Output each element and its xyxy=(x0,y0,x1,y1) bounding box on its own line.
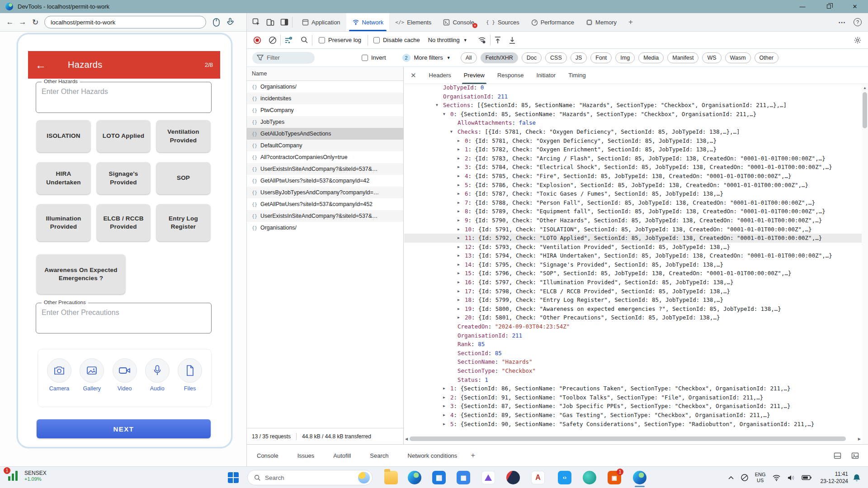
json-tree-row[interactable]: ▶5: {Id: 5786, Check: "Explosion", Secti… xyxy=(404,181,862,190)
expand-arrow-icon[interactable]: ▶ xyxy=(458,313,460,322)
expand-arrow-icon[interactable]: ▶ xyxy=(458,136,460,145)
wifi-icon[interactable] xyxy=(772,474,781,481)
close-button[interactable]: ✕ xyxy=(842,0,868,13)
expand-arrow-icon[interactable]: ▶ xyxy=(458,296,460,305)
request-row[interactable]: {}Organisations/ xyxy=(247,222,403,234)
scroll-right-icon[interactable]: ▶ xyxy=(858,437,861,441)
minimize-button[interactable]: — xyxy=(789,0,816,13)
filter-chip-doc[interactable]: Doc xyxy=(522,52,542,63)
start-button[interactable] xyxy=(228,472,239,483)
request-row[interactable]: {}GetAllPtwUsers?siteId=537&companyId=42 xyxy=(247,175,403,187)
json-tree-row[interactable]: ▶16: {Id: 5797, Check: "Illumination Pro… xyxy=(404,278,862,287)
json-tree-row[interactable]: ▶13: {Id: 5794, Check: "HIRA Undertaken"… xyxy=(404,251,862,260)
language-indicator[interactable]: ENG US xyxy=(755,472,766,483)
expand-arrow-icon[interactable]: ▶ xyxy=(458,198,460,207)
tab-memory[interactable]: Memory xyxy=(580,13,623,31)
files-button[interactable]: Files xyxy=(176,358,204,407)
maximize-button[interactable] xyxy=(816,0,842,13)
json-tree-row[interactable]: ▶12: {Id: 5793, Check: "Ventilation Prov… xyxy=(404,243,862,252)
json-tree-row[interactable]: ▶4: {SectionId: 89, SectionName: "Gas Te… xyxy=(404,411,862,420)
hazard-button-entry-log-register[interactable]: Entry Log Register xyxy=(156,204,210,241)
vertical-scroll-thumb[interactable] xyxy=(863,92,867,128)
expand-arrow-icon[interactable]: ▶ xyxy=(458,278,460,287)
forward-icon[interactable]: → xyxy=(16,18,29,27)
record-icon[interactable] xyxy=(253,36,261,44)
dock-icon[interactable] xyxy=(834,452,841,459)
inspect-element-icon[interactable] xyxy=(252,18,260,26)
json-tree-row[interactable]: ▶15: {Id: 5796, Check: "SOP", SectionId:… xyxy=(404,269,862,278)
tab-elements[interactable]: </> Elements xyxy=(389,13,437,31)
throttling-caret-icon[interactable]: ▼ xyxy=(463,38,467,42)
expand-arrow-icon[interactable]: ▶ xyxy=(458,234,460,243)
next-button[interactable]: NEXT xyxy=(37,419,211,438)
horizontal-scrollbar[interactable]: ◀ ▶ xyxy=(404,436,862,442)
json-tree-row[interactable]: ▶3: {Id: 5784, Check: "Electrical Shock"… xyxy=(404,163,862,172)
filter-chip-img[interactable]: Img xyxy=(615,52,635,63)
expand-arrow-icon[interactable]: ▶ xyxy=(458,163,460,172)
teal-app-icon[interactable] xyxy=(583,471,596,484)
hazard-button-awareness[interactable]: Awareness On Expected Emergencies ? xyxy=(37,254,125,294)
json-tree-row[interactable]: ▶5: {SectionId: 90, SectionName: "Safety… xyxy=(404,420,862,429)
disable-cache-checkbox[interactable] xyxy=(373,37,380,43)
json-tree-row[interactable]: ▶0: {Id: 5781, Check: "Oxygen Deficiency… xyxy=(404,136,862,145)
json-tree-row[interactable]: ▶2: {SectionId: 91, SectionName: "Toolbo… xyxy=(404,393,862,402)
drawer-tab-autofill[interactable]: Autofill xyxy=(333,452,351,459)
search-icon[interactable] xyxy=(301,36,308,44)
orange-app-icon[interactable]: ▣1 xyxy=(608,471,621,484)
reload-icon[interactable]: ↻ xyxy=(29,18,42,27)
expand-arrow-icon[interactable]: ▶ xyxy=(443,411,445,420)
touch-mode-icon[interactable] xyxy=(226,18,234,27)
url-bar[interactable]: localhost/permit-to-work xyxy=(44,16,206,28)
json-tree-row[interactable]: ▶10: {Id: 5791, Check: "ISOLATION", Sect… xyxy=(404,225,862,234)
expand-arrow-icon[interactable]: ▶ xyxy=(458,225,460,234)
more-filters-button[interactable]: More filters xyxy=(414,54,443,61)
vertical-scrollbar[interactable]: ▲ xyxy=(862,84,868,444)
settings-gear-icon[interactable] xyxy=(854,36,862,44)
request-row[interactable]: {}UserExistsInSiteAndCompany?&siteId=537… xyxy=(247,210,403,222)
json-tree-row[interactable]: ▶18: {Id: 5799, Check: "Entry Log Regist… xyxy=(404,296,862,305)
add-drawer-tab-button[interactable]: + xyxy=(471,451,475,460)
horizontal-scroll-thumb[interactable] xyxy=(410,436,846,441)
device-toolbar-icon[interactable] xyxy=(266,18,274,26)
volume-icon[interactable] xyxy=(787,474,795,481)
json-tree-row[interactable]: ▶1: {SectionId: 86, SectionName: "Precau… xyxy=(404,384,862,393)
hazard-button-loto-applied[interactable]: LOTO Applied xyxy=(97,120,150,152)
filter-chip-other[interactable]: Other xyxy=(755,52,778,63)
expand-arrow-icon[interactable]: ▶ xyxy=(458,189,460,198)
drawer-tab-search[interactable]: Search xyxy=(370,452,388,459)
filter-input[interactable]: Filter xyxy=(252,52,315,64)
hazard-button-illumination-provided[interactable]: Illumination Provided xyxy=(37,204,90,241)
drawer-tab-issues[interactable]: Issues xyxy=(297,452,315,459)
tab-preview[interactable]: Preview xyxy=(464,67,485,84)
filter-chip-manifest[interactable]: Manifest xyxy=(667,52,698,63)
expand-arrow-icon[interactable]: ▶ xyxy=(458,145,460,154)
drawer-tab-console[interactable]: Console xyxy=(257,452,278,459)
filter-chip-all[interactable]: All xyxy=(461,52,477,63)
throttling-select[interactable]: No throttling xyxy=(428,37,460,43)
filter-chip-media[interactable]: Media xyxy=(638,52,664,63)
a-app-icon[interactable]: A xyxy=(531,471,545,484)
expand-arrow-icon[interactable]: ▶ xyxy=(458,243,460,252)
filter-icon[interactable]: ✕ xyxy=(284,37,292,44)
camera-button[interactable]: Camera xyxy=(45,358,73,407)
vscode-icon[interactable]: ‹› xyxy=(558,471,571,484)
filter-chip-font[interactable]: Font xyxy=(590,52,612,63)
file-explorer-icon[interactable] xyxy=(384,471,398,484)
request-row[interactable]: {}UserExistsInSiteAndCompany?&siteId=537… xyxy=(247,163,403,175)
json-tree-row[interactable]: ▶17: {Id: 5798, Check: "ELCB / RCCB Prov… xyxy=(404,287,862,296)
expand-arrow-icon[interactable]: ▶ xyxy=(458,172,460,181)
tab-console[interactable]: Console ✕ xyxy=(437,13,480,31)
collapse-arrow-icon[interactable]: ▼ xyxy=(436,101,438,110)
expand-arrow-icon[interactable]: ▶ xyxy=(443,384,445,393)
expand-arrow-icon[interactable]: ▶ xyxy=(458,260,460,269)
tray-chevron-icon[interactable] xyxy=(728,476,734,480)
audio-button[interactable]: Audio xyxy=(143,358,171,407)
hazard-button-signage-s-provided[interactable]: Signage's Provided xyxy=(97,162,150,194)
prism-app-icon[interactable] xyxy=(481,471,495,484)
mouse-mode-icon[interactable] xyxy=(212,18,220,27)
expand-arrow-icon[interactable]: ▶ xyxy=(443,402,445,411)
calculator-icon[interactable]: ▦ xyxy=(457,471,470,484)
json-tree-row[interactable]: ▼Checks: [{Id: 5781, Check: "Oxygen Defi… xyxy=(404,127,862,136)
notification-bell-icon[interactable] xyxy=(853,474,861,482)
json-tree-row[interactable]: ▶6: {Id: 5787, Check: "Toxic Gases / Fum… xyxy=(404,189,862,198)
